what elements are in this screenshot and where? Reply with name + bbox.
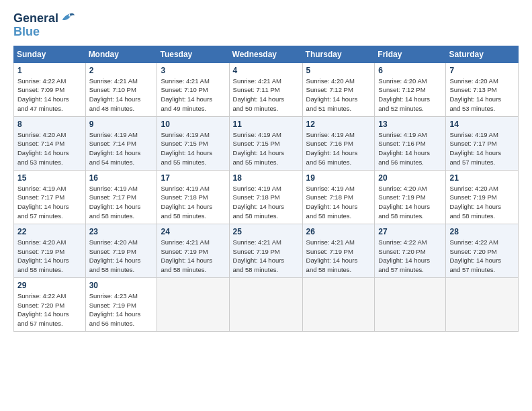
calendar-cell: 24Sunrise: 4:21 AMSunset: 7:19 PMDayligh…	[157, 224, 229, 277]
day-info: Sunrise: 4:22 AMSunset: 7:20 PMDaylight:…	[17, 291, 82, 328]
calendar-cell: 27Sunrise: 4:22 AMSunset: 7:20 PMDayligh…	[375, 224, 446, 277]
col-header-sunday: Sunday	[14, 46, 86, 62]
calendar-cell: 17Sunrise: 4:19 AMSunset: 7:18 PMDayligh…	[157, 170, 229, 224]
calendar-week-4: 22Sunrise: 4:20 AMSunset: 7:19 PMDayligh…	[14, 224, 519, 277]
calendar-cell: 1Sunrise: 4:22 AMSunset: 7:09 PMDaylight…	[14, 62, 86, 116]
calendar-cell: 20Sunrise: 4:20 AMSunset: 7:19 PMDayligh…	[375, 170, 446, 224]
day-info: Sunrise: 4:19 AMSunset: 7:16 PMDaylight:…	[378, 130, 442, 167]
day-number: 11	[233, 120, 299, 129]
day-number: 26	[306, 227, 371, 236]
day-info: Sunrise: 4:19 AMSunset: 7:15 PMDaylight:…	[233, 130, 299, 167]
day-number: 3	[161, 66, 225, 75]
logo-bird-icon	[60, 10, 75, 25]
calendar-table: SundayMondayTuesdayWednesdayThursdayFrid…	[13, 46, 519, 332]
col-header-thursday: Thursday	[302, 46, 375, 62]
day-number: 18	[233, 173, 299, 183]
logo-blue: Blue	[13, 25, 40, 38]
col-header-friday: Friday	[375, 46, 446, 62]
day-info: Sunrise: 4:20 AMSunset: 7:12 PMDaylight:…	[378, 77, 442, 113]
calendar-week-1: 1Sunrise: 4:22 AMSunset: 7:09 PMDaylight…	[14, 62, 519, 116]
day-info: Sunrise: 4:19 AMSunset: 7:17 PMDaylight:…	[89, 184, 154, 221]
day-info: Sunrise: 4:21 AMSunset: 7:10 PMDaylight:…	[89, 77, 154, 113]
calendar-cell: 11Sunrise: 4:19 AMSunset: 7:15 PMDayligh…	[229, 116, 302, 170]
calendar-cell: 13Sunrise: 4:19 AMSunset: 7:16 PMDayligh…	[375, 116, 446, 170]
calendar-cell: 8Sunrise: 4:20 AMSunset: 7:14 PMDaylight…	[14, 116, 86, 170]
day-info: Sunrise: 4:21 AMSunset: 7:19 PMDaylight:…	[233, 238, 299, 275]
day-number: 10	[161, 120, 225, 129]
day-number: 5	[306, 66, 371, 75]
day-number: 27	[378, 227, 442, 236]
day-number: 1	[17, 66, 82, 75]
day-info: Sunrise: 4:21 AMSunset: 7:19 PMDaylight:…	[306, 238, 371, 275]
day-info: Sunrise: 4:19 AMSunset: 7:14 PMDaylight:…	[89, 130, 154, 167]
calendar-cell: 18Sunrise: 4:19 AMSunset: 7:18 PMDayligh…	[229, 170, 302, 224]
calendar-cell: 12Sunrise: 4:19 AMSunset: 7:16 PMDayligh…	[302, 116, 375, 170]
day-info: Sunrise: 4:19 AMSunset: 7:18 PMDaylight:…	[161, 184, 225, 221]
calendar-cell: 15Sunrise: 4:19 AMSunset: 7:17 PMDayligh…	[14, 170, 86, 224]
calendar-cell	[446, 277, 519, 331]
day-number: 15	[17, 173, 82, 183]
calendar-cell: 4Sunrise: 4:21 AMSunset: 7:11 PMDaylight…	[229, 62, 302, 116]
day-number: 13	[378, 120, 442, 129]
calendar-cell: 29Sunrise: 4:22 AMSunset: 7:20 PMDayligh…	[14, 277, 86, 331]
day-info: Sunrise: 4:22 AMSunset: 7:20 PMDaylight:…	[378, 238, 442, 275]
calendar-cell: 19Sunrise: 4:19 AMSunset: 7:18 PMDayligh…	[302, 170, 375, 224]
header: General Blue	[13, 12, 519, 39]
calendar-cell: 28Sunrise: 4:22 AMSunset: 7:20 PMDayligh…	[446, 224, 519, 277]
calendar-cell: 30Sunrise: 4:23 AMSunset: 7:19 PMDayligh…	[85, 277, 157, 331]
day-number: 20	[378, 173, 442, 183]
day-info: Sunrise: 4:20 AMSunset: 7:19 PMDaylight:…	[378, 184, 442, 221]
day-number: 29	[17, 281, 82, 290]
calendar-week-5: 29Sunrise: 4:22 AMSunset: 7:20 PMDayligh…	[14, 277, 519, 331]
day-info: Sunrise: 4:20 AMSunset: 7:14 PMDaylight:…	[17, 130, 82, 167]
day-info: Sunrise: 4:22 AMSunset: 7:09 PMDaylight:…	[17, 77, 82, 113]
day-info: Sunrise: 4:19 AMSunset: 7:18 PMDaylight:…	[306, 184, 371, 221]
header-row: SundayMondayTuesdayWednesdayThursdayFrid…	[14, 46, 519, 62]
calendar-cell: 5Sunrise: 4:20 AMSunset: 7:12 PMDaylight…	[302, 62, 375, 116]
calendar-cell	[302, 277, 375, 331]
day-number: 28	[449, 227, 515, 236]
logo: General Blue	[13, 12, 75, 39]
calendar-cell: 3Sunrise: 4:21 AMSunset: 7:10 PMDaylight…	[157, 62, 229, 116]
calendar-cell: 2Sunrise: 4:21 AMSunset: 7:10 PMDaylight…	[85, 62, 157, 116]
calendar-cell: 23Sunrise: 4:20 AMSunset: 7:19 PMDayligh…	[85, 224, 157, 277]
day-number: 25	[233, 227, 299, 236]
day-info: Sunrise: 4:22 AMSunset: 7:20 PMDaylight:…	[449, 238, 515, 275]
day-info: Sunrise: 4:20 AMSunset: 7:13 PMDaylight:…	[449, 77, 515, 113]
day-number: 6	[378, 66, 442, 75]
day-number: 8	[17, 120, 82, 129]
day-number: 17	[161, 173, 225, 183]
calendar-cell: 14Sunrise: 4:19 AMSunset: 7:17 PMDayligh…	[446, 116, 519, 170]
calendar-cell: 10Sunrise: 4:19 AMSunset: 7:15 PMDayligh…	[157, 116, 229, 170]
day-number: 2	[89, 66, 154, 75]
day-number: 7	[449, 66, 515, 75]
calendar-cell: 7Sunrise: 4:20 AMSunset: 7:13 PMDaylight…	[446, 62, 519, 116]
day-info: Sunrise: 4:20 AMSunset: 7:19 PMDaylight:…	[89, 238, 154, 275]
day-info: Sunrise: 4:20 AMSunset: 7:19 PMDaylight:…	[449, 184, 515, 221]
calendar-cell: 22Sunrise: 4:20 AMSunset: 7:19 PMDayligh…	[14, 224, 86, 277]
col-header-tuesday: Tuesday	[157, 46, 229, 62]
day-number: 4	[233, 66, 299, 75]
day-number: 30	[89, 281, 154, 290]
day-info: Sunrise: 4:21 AMSunset: 7:10 PMDaylight:…	[161, 77, 225, 113]
calendar-cell: 9Sunrise: 4:19 AMSunset: 7:14 PMDaylight…	[85, 116, 157, 170]
calendar-cell: 16Sunrise: 4:19 AMSunset: 7:17 PMDayligh…	[85, 170, 157, 224]
day-info: Sunrise: 4:23 AMSunset: 7:19 PMDaylight:…	[89, 291, 154, 328]
calendar-cell	[375, 277, 446, 331]
day-info: Sunrise: 4:19 AMSunset: 7:18 PMDaylight:…	[233, 184, 299, 221]
day-number: 9	[89, 120, 154, 129]
calendar-week-2: 8Sunrise: 4:20 AMSunset: 7:14 PMDaylight…	[14, 116, 519, 170]
page: General Blue SundayMondayTuesdayWednesda…	[0, 0, 532, 411]
col-header-saturday: Saturday	[446, 46, 519, 62]
day-info: Sunrise: 4:19 AMSunset: 7:15 PMDaylight:…	[161, 130, 225, 167]
day-number: 19	[306, 173, 371, 183]
day-number: 12	[306, 120, 371, 129]
day-number: 23	[89, 227, 154, 236]
day-number: 14	[449, 120, 515, 129]
calendar-week-3: 15Sunrise: 4:19 AMSunset: 7:17 PMDayligh…	[14, 170, 519, 224]
day-info: Sunrise: 4:19 AMSunset: 7:17 PMDaylight:…	[17, 184, 82, 221]
calendar-cell	[157, 277, 229, 331]
day-info: Sunrise: 4:20 AMSunset: 7:12 PMDaylight:…	[306, 77, 371, 113]
logo-general: General	[13, 12, 58, 26]
day-number: 21	[449, 173, 515, 183]
